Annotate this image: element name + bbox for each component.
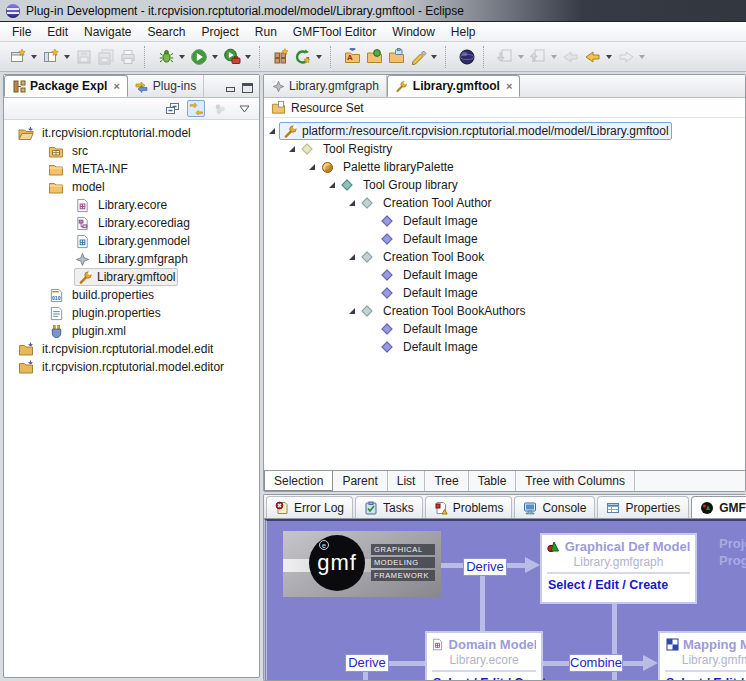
new-wizard-icon[interactable]	[7, 45, 29, 69]
open-plugin-artifact-icon[interactable]: A	[341, 45, 363, 69]
tree-row[interactable]: Library.ecore	[4, 196, 259, 214]
menu-project[interactable]: Project	[193, 23, 246, 41]
tree-row[interactable]: plugin.properties	[4, 304, 259, 322]
view-menu-icon[interactable]	[235, 100, 253, 117]
view-filters-icon[interactable]	[211, 100, 229, 117]
menu-edit[interactable]: Edit	[39, 23, 76, 41]
tab-selection[interactable]: Selection	[264, 471, 333, 491]
open-task-icon[interactable]	[385, 45, 407, 69]
tab-console[interactable]: Console	[514, 496, 595, 518]
external-tools-dropdown[interactable]	[245, 55, 251, 59]
connector-line	[439, 563, 464, 568]
run-dropdown[interactable]	[212, 55, 218, 59]
tree-row[interactable]: it.rcpvision.rcptutorial.model.editor	[4, 358, 259, 376]
link-with-editor-icon[interactable]	[187, 100, 205, 117]
card-actions[interactable]: Select / Edit / Create	[665, 672, 746, 680]
tree-row[interactable]: it.rcpvision.rcptutorial.model	[4, 124, 259, 142]
back-dropdown[interactable]	[606, 55, 612, 59]
tree-row[interactable]: Library.ecorediag	[4, 214, 259, 232]
tree-row[interactable]: Default Image	[264, 320, 745, 338]
run-icon[interactable]	[188, 45, 210, 69]
tree-item-label: Tool Group library	[359, 177, 462, 193]
maximize-icon[interactable]	[242, 83, 253, 93]
expand-arrow-icon[interactable]	[269, 128, 275, 134]
highlight-pen-dropdown[interactable]	[431, 55, 437, 59]
tree-row[interactable]: Default Image	[264, 284, 745, 302]
debug-icon[interactable]	[155, 45, 177, 69]
tree-row[interactable]: it.rcpvision.rcptutorial.model.edit	[4, 340, 259, 358]
previous-annotation-icon	[527, 45, 549, 69]
expand-arrow-icon[interactable]	[289, 146, 295, 152]
close-icon[interactable]: ×	[113, 80, 119, 92]
tab-tree-with-columns[interactable]: Tree with Columns	[516, 471, 635, 491]
menu-help[interactable]: Help	[443, 23, 484, 41]
tree-row[interactable]: Tool Registry	[264, 140, 745, 158]
tree-row-selected[interactable]: Library.gmftool	[4, 268, 259, 286]
tree-row[interactable]: Tool Group library	[264, 176, 745, 194]
tab-plugins[interactable]: Plug-ins	[128, 75, 204, 97]
tree-row[interactable]: Creation Tool Author	[264, 194, 745, 212]
tab-library-gmfgraph[interactable]: Library.gmfgraph	[264, 75, 387, 97]
tree-row[interactable]: Default Image	[264, 212, 745, 230]
minimize-icon[interactable]	[225, 83, 236, 93]
tab-library-gmftool[interactable]: Library.gmftool ×	[387, 75, 521, 97]
tab-table[interactable]: Table	[469, 471, 517, 491]
debug-dropdown[interactable]	[179, 55, 185, 59]
menu-window[interactable]: Window	[384, 23, 443, 41]
derive-button-left[interactable]: Derive	[345, 654, 389, 672]
combine-button[interactable]: Combine	[569, 654, 623, 672]
tab-parent[interactable]: Parent	[333, 471, 387, 491]
menu-gmftool-editor[interactable]: GMFTool Editor	[285, 23, 384, 41]
gmf-logo-circle: gmf	[309, 535, 365, 591]
tree-row[interactable]: 010 build.properties	[4, 286, 259, 304]
external-tools-icon[interactable]	[221, 45, 243, 69]
new-wizard-dropdown[interactable]	[31, 55, 37, 59]
card-actions[interactable]: Select / Edit / Create	[432, 672, 536, 680]
expand-arrow-icon[interactable]	[349, 308, 355, 314]
tree-row[interactable]: Default Image	[264, 230, 745, 248]
tab-properties[interactable]: Properties	[597, 496, 689, 518]
tree-row[interactable]: Default Image	[264, 266, 745, 284]
tree-row[interactable]: META-INF	[4, 160, 259, 178]
menu-file[interactable]: File	[4, 23, 39, 41]
expand-arrow-icon[interactable]	[309, 164, 315, 170]
menu-navigate[interactable]: Navigate	[76, 23, 139, 41]
new-view-dropdown[interactable]	[64, 55, 70, 59]
web-browser-icon[interactable]	[456, 45, 478, 69]
highlight-pen-icon[interactable]	[407, 45, 429, 69]
expand-arrow-icon[interactable]	[329, 182, 335, 188]
tree-row[interactable]: Palette libraryPalette	[264, 158, 745, 176]
tab-tasks[interactable]: Tasks	[355, 496, 423, 518]
collapse-all-icon[interactable]	[163, 100, 181, 117]
card-subtitle: Library.gmfgraph	[547, 554, 690, 574]
tree-row[interactable]: Library.genmodel	[4, 232, 259, 250]
back-icon[interactable]	[582, 45, 604, 69]
tree-row[interactable]: Creation Tool Book	[264, 248, 745, 266]
tree-row-selected[interactable]: platform:/resource/it.rcpvision.rcptutor…	[264, 122, 745, 140]
menu-search[interactable]: Search	[139, 23, 193, 41]
gmf-generate-dropdown[interactable]	[316, 55, 322, 59]
properties-file-icon	[48, 305, 64, 321]
expand-arrow-icon[interactable]	[349, 200, 355, 206]
gmf-generate-icon[interactable]	[292, 45, 314, 69]
derive-button-top[interactable]: Derive	[463, 558, 507, 576]
menu-run[interactable]: Run	[247, 23, 285, 41]
tree-row[interactable]: Default Image	[264, 338, 745, 356]
tab-list[interactable]: List	[388, 471, 426, 491]
tab-problems[interactable]: Problems	[425, 496, 513, 518]
new-view-icon[interactable]	[40, 45, 62, 69]
tab-package-explorer[interactable]: Package Expl ×	[4, 75, 128, 97]
tab-gmf-dashboard[interactable]: GMF Dashboard	[691, 496, 746, 518]
tree-row[interactable]: src	[4, 142, 259, 160]
tab-error-log[interactable]: Error Log	[266, 496, 353, 518]
tree-row[interactable]: Library.gmfgraph	[4, 250, 259, 268]
expand-arrow-icon[interactable]	[349, 254, 355, 260]
tree-row[interactable]: Creation Tool BookAuthors	[264, 302, 745, 320]
tree-row[interactable]: plugin.xml	[4, 322, 259, 340]
open-type-icon[interactable]	[363, 45, 385, 69]
close-icon[interactable]: ×	[506, 80, 512, 92]
tab-tree[interactable]: Tree	[425, 471, 468, 491]
plugin-artifact-icon[interactable]	[270, 45, 292, 69]
tree-row[interactable]: model	[4, 178, 259, 196]
card-actions[interactable]: Select / Edit / Create	[547, 574, 690, 596]
